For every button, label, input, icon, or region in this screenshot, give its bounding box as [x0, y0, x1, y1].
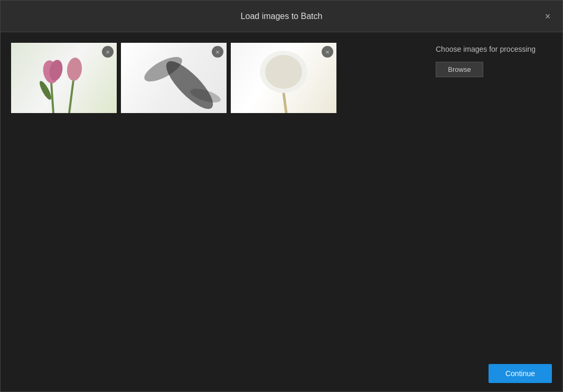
image-thumbnails: × × × [11, 43, 415, 113]
dialog-header: Load images to Batch × [1, 1, 562, 32]
thumbnail-image [121, 43, 227, 113]
thumbnail-item: × [121, 43, 227, 113]
dialog-footer: Continue [1, 356, 562, 391]
thumbnail-item: × [231, 43, 336, 113]
dialog-body: × × × Choose images for processing Brows… [1, 32, 562, 356]
thumbnail-remove-button[interactable]: × [322, 46, 333, 58]
thumbnail-image [11, 43, 117, 113]
thumbnail-remove-button[interactable]: × [212, 46, 223, 58]
sidebar-instruction: Choose images for processing [436, 45, 552, 53]
thumbnail-item: × [11, 43, 117, 113]
dialog-title: Load images to Batch [241, 12, 323, 21]
sidebar: Choose images for processing Browse [436, 43, 552, 345]
dialog-load-images: Load images to Batch × × × × [0, 0, 563, 392]
continue-button[interactable]: Continue [489, 364, 552, 383]
dialog-close-button[interactable]: × [541, 10, 554, 23]
thumbnail-image [231, 43, 336, 113]
thumbnail-remove-button[interactable]: × [102, 46, 114, 58]
images-area: × × × [11, 43, 415, 345]
browse-button[interactable]: Browse [436, 62, 483, 77]
